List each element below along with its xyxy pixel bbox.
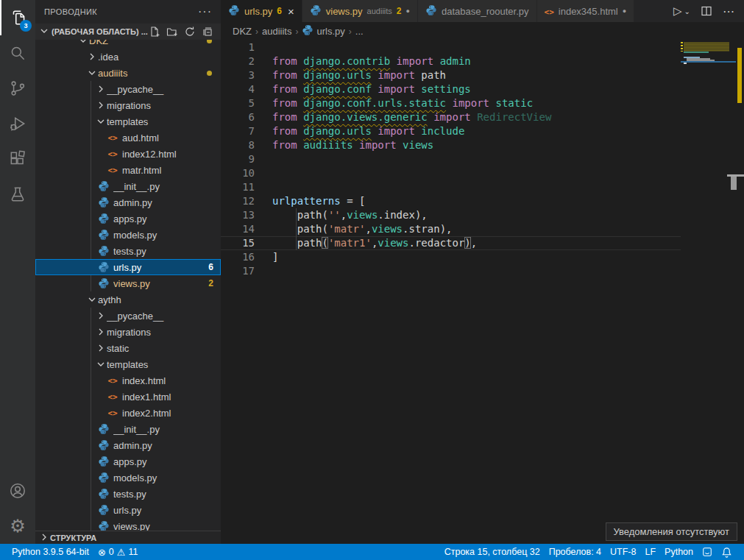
overview-ruler[interactable] <box>736 40 744 544</box>
breadcrumb-item-...[interactable]: ... <box>355 26 364 37</box>
line-number[interactable]: 16 <box>221 250 261 264</box>
run-dropdown-icon[interactable]: ⌄ <box>684 7 690 15</box>
tree-item-index1.html[interactable]: <>index1.html <box>35 389 221 405</box>
scrollbar-thumb[interactable] <box>731 177 737 190</box>
activity-source-control[interactable] <box>0 71 35 106</box>
line-number[interactable]: 5 <box>221 96 261 110</box>
line-number[interactable]: 7 <box>221 124 261 138</box>
activity-testing[interactable] <box>0 177 35 212</box>
activity-explorer[interactable]: 3 <box>0 0 35 35</box>
line-number[interactable]: 3 <box>221 68 261 82</box>
tree-item-templates[interactable]: templates <box>35 356 221 372</box>
code-line-9[interactable]: 9 <box>221 152 681 166</box>
line-number[interactable]: 10 <box>221 166 261 180</box>
cursor-position[interactable]: Строка 15, столбец 32 <box>440 544 545 560</box>
tree-item-aythh[interactable]: aythh <box>35 291 221 308</box>
line-number[interactable]: 11 <box>221 180 261 194</box>
tree-item-DKZ[interactable]: DKZ <box>35 40 221 49</box>
tab-database_roouter.py[interactable]: database_roouter.py <box>418 0 537 22</box>
code-line-2[interactable]: 2from django.contrib import admin <box>221 54 681 68</box>
activity-search[interactable] <box>0 35 35 71</box>
tab-index345.html[interactable]: <>index345.html● <box>537 0 635 22</box>
tree-item-models.py[interactable]: models.py <box>35 469 221 486</box>
code-line-15[interactable]: 15 path('matr1',views.redactor), <box>221 236 681 250</box>
tree-item-tests.py[interactable]: tests.py <box>35 486 221 502</box>
line-number[interactable]: 13 <box>221 208 261 222</box>
split-editor-icon[interactable] <box>701 5 712 17</box>
tree-item-apps.py[interactable]: apps.py <box>35 210 221 227</box>
line-number[interactable]: 17 <box>221 264 261 278</box>
code-line-8[interactable]: 8from audiiits import views <box>221 138 681 152</box>
code-line-4[interactable]: 4from django.conf import settings <box>221 82 681 96</box>
new-file-icon[interactable] <box>149 26 160 38</box>
tree-item-apps.py[interactable]: apps.py <box>35 453 221 469</box>
minimap[interactable] <box>681 40 736 544</box>
tree-item-matr.html[interactable]: <>matr.html <box>35 162 221 178</box>
tree-item-views.py[interactable]: views.py <box>35 518 221 531</box>
code-editor[interactable]: 12from django.contrib import admin3from … <box>221 40 744 544</box>
code-line-14[interactable]: 14 path('matr',views.stran), <box>221 222 681 236</box>
close-icon[interactable]: × <box>288 5 294 18</box>
sidebar-more-actions-icon[interactable]: ··· <box>198 5 212 18</box>
tree-item-migrations[interactable]: migrations <box>35 97 221 113</box>
new-folder-icon[interactable] <box>166 26 178 38</box>
line-number[interactable]: 1 <box>221 40 261 54</box>
tree-item-views.py[interactable]: views.py2 <box>35 275 221 291</box>
outline-section-header[interactable]: СТРУКТУРА <box>35 531 221 544</box>
line-number[interactable]: 14 <box>221 222 261 236</box>
tree-item-templates[interactable]: templates <box>35 113 221 130</box>
tree-item-index2.html[interactable]: <>index2.html <box>35 405 221 421</box>
code-line-1[interactable]: 1 <box>221 40 681 54</box>
tree-item-index.html[interactable]: <>index.html <box>35 372 221 389</box>
problems-indicator[interactable]: ⊗ 0 ⚠ 11 <box>93 544 143 560</box>
more-actions-icon[interactable]: ⋯ <box>723 4 735 18</box>
tree-item-__pycache__[interactable]: __pycache__ <box>35 308 221 324</box>
tab-views.py[interactable]: views.pyaudiiits2● <box>302 0 418 22</box>
line-number[interactable]: 6 <box>221 110 261 124</box>
workspace-section-header[interactable]: (РАБОЧАЯ ОБЛАСТЬ) ... <box>35 24 221 40</box>
tree-item-static[interactable]: static <box>35 340 221 356</box>
tree-item-tests.py[interactable]: tests.py <box>35 243 221 259</box>
code-line-10[interactable]: 10 <box>221 166 681 180</box>
line-number[interactable]: 8 <box>221 138 261 152</box>
tree-item-migrations[interactable]: migrations <box>35 324 221 340</box>
run-python-button[interactable]: ▷ ⌄ <box>673 4 690 18</box>
indentation-setting[interactable]: Пробелов: 4 <box>545 544 606 560</box>
python-interpreter[interactable]: Python 3.9.5 64-bit <box>7 544 93 560</box>
code-line-3[interactable]: 3from django.urls import path <box>221 68 681 82</box>
tree-item-admin.py[interactable]: admin.py <box>35 194 221 210</box>
code-line-16[interactable]: 16] <box>221 250 681 264</box>
eol-setting[interactable]: LF <box>640 544 660 560</box>
tree-item-__init__.py[interactable]: __init__.py <box>35 421 221 437</box>
tree-item-__init__.py[interactable]: __init__.py <box>35 178 221 194</box>
breadcrumb-item-urls.py[interactable]: urls.py <box>302 24 344 38</box>
code-line-7[interactable]: 7from django.urls import include <box>221 124 681 138</box>
activity-accounts[interactable] <box>0 473 35 508</box>
line-number[interactable]: 15 <box>221 236 261 250</box>
encoding-setting[interactable]: UTF-8 <box>606 544 640 560</box>
line-number[interactable]: 9 <box>221 152 261 166</box>
language-mode[interactable]: Python <box>660 544 698 560</box>
line-number[interactable]: 12 <box>221 194 261 208</box>
tree-item-models.py[interactable]: models.py <box>35 227 221 243</box>
line-number[interactable]: 2 <box>221 54 261 68</box>
tree-item-aud.html[interactable]: <>aud.html <box>35 130 221 146</box>
tree-item-.idea[interactable]: .idea <box>35 49 221 65</box>
refresh-icon[interactable] <box>184 26 196 38</box>
code-line-12[interactable]: 12urlpatterns = [ <box>221 194 681 208</box>
tree-item-__pycache__[interactable]: __pycache__ <box>35 81 221 97</box>
feedback-button[interactable] <box>698 544 717 560</box>
breadcrumb-item-DKZ[interactable]: DKZ <box>233 26 252 37</box>
tree-item-urls.py[interactable]: urls.py6 <box>35 259 221 275</box>
activity-run-debug[interactable] <box>0 106 35 141</box>
tree-item-audiiits[interactable]: audiiits <box>35 65 221 81</box>
notifications-bell[interactable] <box>717 544 737 560</box>
code-line-13[interactable]: 13 path('',views.index), <box>221 208 681 222</box>
activity-settings[interactable]: ⚙ <box>0 508 35 544</box>
code-line-17[interactable]: 17 <box>221 264 681 278</box>
tree-item-admin.py[interactable]: admin.py <box>35 437 221 453</box>
code-line-6[interactable]: 6from django.views.generic import Redire… <box>221 110 681 124</box>
code-line-11[interactable]: 11 <box>221 180 681 194</box>
collapse-all-icon[interactable] <box>202 26 213 38</box>
line-number[interactable]: 4 <box>221 82 261 96</box>
